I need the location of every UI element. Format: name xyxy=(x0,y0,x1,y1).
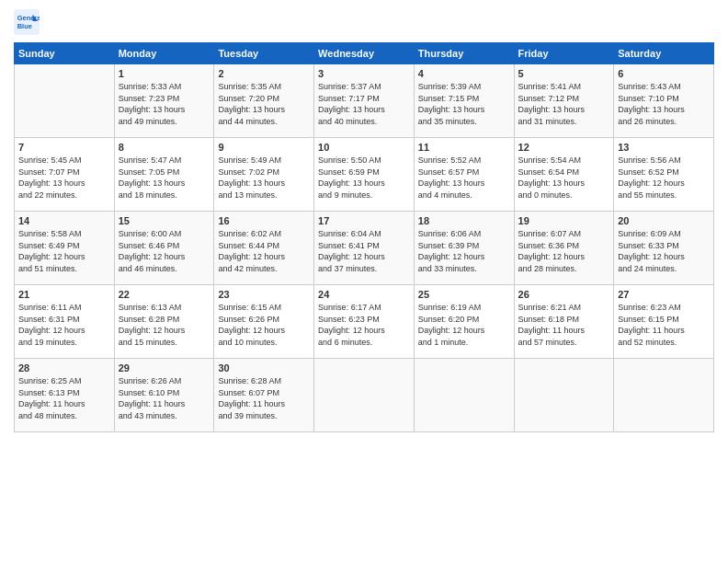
calendar-week-1: 1Sunrise: 5:33 AM Sunset: 7:23 PM Daylig… xyxy=(15,64,714,138)
day-info: Sunrise: 6:28 AM Sunset: 6:07 PM Dayligh… xyxy=(218,375,310,421)
calendar-cell: 13Sunrise: 5:56 AM Sunset: 6:52 PM Dayli… xyxy=(614,138,714,212)
calendar-header-row: SundayMondayTuesdayWednesdayThursdayFrid… xyxy=(15,43,714,64)
day-info: Sunrise: 6:02 AM Sunset: 6:44 PM Dayligh… xyxy=(218,228,310,274)
calendar-cell: 10Sunrise: 5:50 AM Sunset: 6:59 PM Dayli… xyxy=(314,138,415,212)
day-number: 7 xyxy=(18,142,110,153)
calendar-cell: 21Sunrise: 6:11 AM Sunset: 6:31 PM Dayli… xyxy=(15,285,115,359)
day-info: Sunrise: 6:04 AM Sunset: 6:41 PM Dayligh… xyxy=(318,228,410,274)
calendar-cell xyxy=(514,359,614,432)
calendar-cell: 6Sunrise: 5:43 AM Sunset: 7:10 PM Daylig… xyxy=(614,64,714,138)
calendar-week-3: 14Sunrise: 5:58 AM Sunset: 6:49 PM Dayli… xyxy=(15,212,714,285)
day-number: 25 xyxy=(418,289,510,300)
day-number: 6 xyxy=(618,68,710,79)
calendar-cell: 3Sunrise: 5:37 AM Sunset: 7:17 PM Daylig… xyxy=(314,64,415,138)
day-number: 27 xyxy=(618,289,710,300)
day-header-sunday: Sunday xyxy=(15,43,115,64)
day-info: Sunrise: 5:56 AM Sunset: 6:52 PM Dayligh… xyxy=(618,155,710,201)
calendar-cell: 9Sunrise: 5:49 AM Sunset: 7:02 PM Daylig… xyxy=(214,138,314,212)
day-number: 13 xyxy=(618,142,710,153)
day-number: 14 xyxy=(18,215,110,226)
day-number: 10 xyxy=(318,142,410,153)
calendar-cell: 23Sunrise: 6:15 AM Sunset: 6:26 PM Dayli… xyxy=(214,285,314,359)
calendar-cell: 22Sunrise: 6:13 AM Sunset: 6:28 PM Dayli… xyxy=(114,285,214,359)
day-number: 24 xyxy=(318,289,410,300)
calendar-cell: 26Sunrise: 6:21 AM Sunset: 6:18 PM Dayli… xyxy=(514,285,614,359)
calendar-cell: 29Sunrise: 6:26 AM Sunset: 6:10 PM Dayli… xyxy=(114,359,214,432)
calendar-cell xyxy=(15,64,115,138)
day-info: Sunrise: 6:23 AM Sunset: 6:15 PM Dayligh… xyxy=(618,302,710,348)
calendar-cell: 25Sunrise: 6:19 AM Sunset: 6:20 PM Dayli… xyxy=(414,285,514,359)
day-number: 20 xyxy=(618,215,710,226)
day-number: 3 xyxy=(318,68,410,79)
day-number: 8 xyxy=(119,142,210,153)
day-number: 22 xyxy=(119,289,210,300)
day-number: 2 xyxy=(218,68,310,79)
day-number: 29 xyxy=(119,362,210,373)
logo: General Blue xyxy=(14,9,42,35)
day-number: 9 xyxy=(218,142,310,153)
calendar-cell: 12Sunrise: 5:54 AM Sunset: 6:54 PM Dayli… xyxy=(514,138,614,212)
calendar-cell: 8Sunrise: 5:47 AM Sunset: 7:05 PM Daylig… xyxy=(114,138,214,212)
calendar-week-5: 28Sunrise: 6:25 AM Sunset: 6:13 PM Dayli… xyxy=(15,359,714,432)
calendar-week-4: 21Sunrise: 6:11 AM Sunset: 6:31 PM Dayli… xyxy=(15,285,714,359)
svg-text:Blue: Blue xyxy=(17,22,32,30)
day-info: Sunrise: 6:17 AM Sunset: 6:23 PM Dayligh… xyxy=(318,302,410,348)
day-number: 15 xyxy=(119,215,210,226)
day-info: Sunrise: 5:37 AM Sunset: 7:17 PM Dayligh… xyxy=(318,81,410,127)
day-info: Sunrise: 6:06 AM Sunset: 6:39 PM Dayligh… xyxy=(418,228,510,274)
calendar-cell: 24Sunrise: 6:17 AM Sunset: 6:23 PM Dayli… xyxy=(314,285,415,359)
calendar-cell: 19Sunrise: 6:07 AM Sunset: 6:36 PM Dayli… xyxy=(514,212,614,285)
day-info: Sunrise: 5:33 AM Sunset: 7:23 PM Dayligh… xyxy=(119,81,210,127)
day-info: Sunrise: 5:50 AM Sunset: 6:59 PM Dayligh… xyxy=(318,155,410,201)
calendar-cell: 20Sunrise: 6:09 AM Sunset: 6:33 PM Dayli… xyxy=(614,212,714,285)
day-number: 17 xyxy=(318,215,410,226)
calendar-week-2: 7Sunrise: 5:45 AM Sunset: 7:07 PM Daylig… xyxy=(15,138,714,212)
day-header-monday: Monday xyxy=(114,43,214,64)
calendar-cell: 15Sunrise: 6:00 AM Sunset: 6:46 PM Dayli… xyxy=(114,212,214,285)
day-info: Sunrise: 5:39 AM Sunset: 7:15 PM Dayligh… xyxy=(418,81,510,127)
calendar-cell: 14Sunrise: 5:58 AM Sunset: 6:49 PM Dayli… xyxy=(15,212,115,285)
day-info: Sunrise: 6:21 AM Sunset: 6:18 PM Dayligh… xyxy=(518,302,610,348)
calendar-cell: 27Sunrise: 6:23 AM Sunset: 6:15 PM Dayli… xyxy=(614,285,714,359)
day-header-wednesday: Wednesday xyxy=(314,43,415,64)
page-header: General Blue xyxy=(14,9,714,35)
calendar-cell: 11Sunrise: 5:52 AM Sunset: 6:57 PM Dayli… xyxy=(414,138,514,212)
calendar-cell: 5Sunrise: 5:41 AM Sunset: 7:12 PM Daylig… xyxy=(514,64,614,138)
calendar-cell: 18Sunrise: 6:06 AM Sunset: 6:39 PM Dayli… xyxy=(414,212,514,285)
day-info: Sunrise: 6:13 AM Sunset: 6:28 PM Dayligh… xyxy=(119,302,210,348)
calendar-cell xyxy=(314,359,415,432)
day-info: Sunrise: 6:09 AM Sunset: 6:33 PM Dayligh… xyxy=(618,228,710,274)
day-info: Sunrise: 5:54 AM Sunset: 6:54 PM Dayligh… xyxy=(518,155,610,201)
calendar-cell: 30Sunrise: 6:28 AM Sunset: 6:07 PM Dayli… xyxy=(214,359,314,432)
day-info: Sunrise: 5:43 AM Sunset: 7:10 PM Dayligh… xyxy=(618,81,710,127)
day-info: Sunrise: 6:07 AM Sunset: 6:36 PM Dayligh… xyxy=(518,228,610,274)
day-info: Sunrise: 6:25 AM Sunset: 6:13 PM Dayligh… xyxy=(18,375,110,421)
calendar-cell: 4Sunrise: 5:39 AM Sunset: 7:15 PM Daylig… xyxy=(414,64,514,138)
day-info: Sunrise: 5:58 AM Sunset: 6:49 PM Dayligh… xyxy=(18,228,110,274)
day-info: Sunrise: 5:49 AM Sunset: 7:02 PM Dayligh… xyxy=(218,155,310,201)
calendar-table: SundayMondayTuesdayWednesdayThursdayFrid… xyxy=(14,42,714,432)
calendar-cell: 2Sunrise: 5:35 AM Sunset: 7:20 PM Daylig… xyxy=(214,64,314,138)
day-info: Sunrise: 5:52 AM Sunset: 6:57 PM Dayligh… xyxy=(418,155,510,201)
day-header-tuesday: Tuesday xyxy=(214,43,314,64)
calendar-cell: 16Sunrise: 6:02 AM Sunset: 6:44 PM Dayli… xyxy=(214,212,314,285)
day-info: Sunrise: 6:19 AM Sunset: 6:20 PM Dayligh… xyxy=(418,302,510,348)
day-number: 30 xyxy=(218,362,310,373)
day-header-thursday: Thursday xyxy=(414,43,514,64)
day-info: Sunrise: 5:35 AM Sunset: 7:20 PM Dayligh… xyxy=(218,81,310,127)
day-header-friday: Friday xyxy=(514,43,614,64)
day-info: Sunrise: 6:00 AM Sunset: 6:46 PM Dayligh… xyxy=(119,228,210,274)
day-info: Sunrise: 5:45 AM Sunset: 7:07 PM Dayligh… xyxy=(18,155,110,201)
day-number: 5 xyxy=(518,68,610,79)
day-info: Sunrise: 5:47 AM Sunset: 7:05 PM Dayligh… xyxy=(119,155,210,201)
day-number: 19 xyxy=(518,215,610,226)
day-number: 12 xyxy=(518,142,610,153)
day-number: 16 xyxy=(218,215,310,226)
calendar-cell: 28Sunrise: 6:25 AM Sunset: 6:13 PM Dayli… xyxy=(15,359,115,432)
day-number: 11 xyxy=(418,142,510,153)
day-number: 21 xyxy=(18,289,110,300)
calendar-cell xyxy=(614,359,714,432)
day-info: Sunrise: 6:26 AM Sunset: 6:10 PM Dayligh… xyxy=(119,375,210,421)
logo-icon: General Blue xyxy=(14,9,40,35)
day-info: Sunrise: 5:41 AM Sunset: 7:12 PM Dayligh… xyxy=(518,81,610,127)
